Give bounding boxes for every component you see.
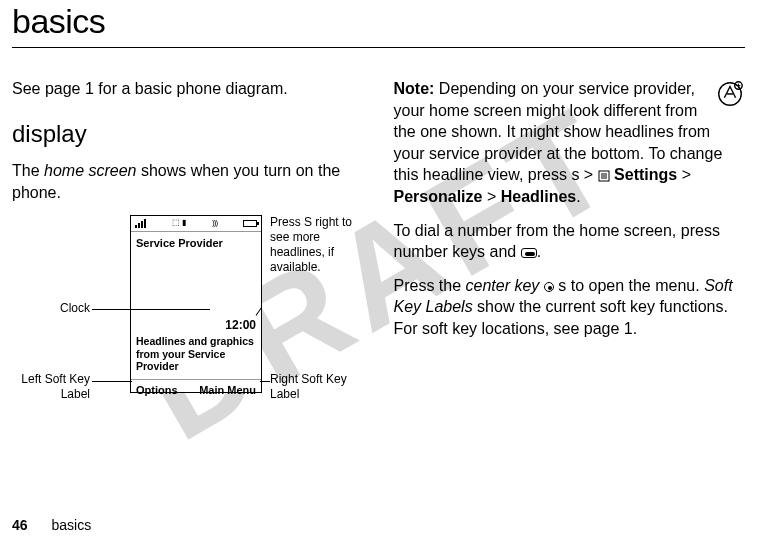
dial-text: To dial a number from the home screen, p… bbox=[394, 222, 720, 261]
left-softkey-label: Options bbox=[136, 383, 178, 398]
headline-ticker: Headlines and graphics from your Service… bbox=[131, 333, 261, 380]
gt1: > bbox=[677, 166, 691, 183]
note-label: Note: bbox=[394, 80, 435, 97]
note-paragraph: Note: Depending on your service provider… bbox=[394, 78, 746, 208]
intro-text: See page 1 for a basic phone diagram. bbox=[12, 78, 364, 100]
battery-icon bbox=[243, 220, 257, 227]
page-footer: 46 basics bbox=[12, 517, 91, 533]
callout-press-right: Press S right to see more headlines, if … bbox=[270, 215, 360, 275]
open-pre: Press the bbox=[394, 277, 466, 294]
body-italic: home screen bbox=[44, 162, 137, 179]
phone-screen: ⬚ ▮ ))) Service Provider 12:00 Headlines… bbox=[130, 215, 262, 393]
period1: . bbox=[576, 188, 580, 205]
path-settings: Settings bbox=[614, 166, 677, 183]
settings-icon bbox=[598, 166, 610, 178]
left-column: See page 1 for a basic phone diagram. di… bbox=[12, 78, 364, 435]
page-title: basics bbox=[12, 0, 745, 48]
phone-diagram: ⬚ ▮ ))) Service Provider 12:00 Headlines… bbox=[12, 215, 364, 435]
footer-section: basics bbox=[51, 517, 91, 533]
path-personalize: Personalize bbox=[394, 188, 483, 205]
callout-clock: Clock bbox=[12, 301, 90, 316]
body-pre: The bbox=[12, 162, 44, 179]
antenna-icon bbox=[715, 78, 745, 110]
status-bar: ⬚ ▮ ))) bbox=[131, 216, 261, 232]
gt2: > bbox=[482, 188, 500, 205]
display-heading: display bbox=[12, 118, 364, 150]
center-key-icon bbox=[544, 282, 554, 292]
signal-icon bbox=[135, 219, 146, 228]
right-column: Note: Depending on your service provider… bbox=[394, 78, 746, 435]
clock-value: 12:00 bbox=[131, 317, 261, 333]
status-spacer: ⬚ ▮ bbox=[172, 218, 186, 229]
callout-left-softkey: Left Soft Key Label bbox=[12, 372, 90, 402]
page-number: 46 bbox=[12, 517, 28, 533]
right-softkey-label: Main Menu bbox=[199, 383, 256, 398]
open-italic1: center key bbox=[466, 277, 540, 294]
path-headlines: Headlines bbox=[501, 188, 577, 205]
dial-paragraph: To dial a number from the home screen, p… bbox=[394, 220, 746, 263]
wifi-icon: ))) bbox=[212, 218, 217, 229]
open-menu-paragraph: Press the center key s to open the menu.… bbox=[394, 275, 746, 340]
dial-period: . bbox=[537, 243, 541, 260]
open-mid: s to open the menu. bbox=[554, 277, 704, 294]
callout-right-softkey: Right Soft Key Label bbox=[270, 372, 360, 402]
display-body: The home screen shows when you turn on t… bbox=[12, 160, 364, 203]
call-key-icon bbox=[521, 248, 537, 258]
service-provider-label: Service Provider bbox=[131, 232, 261, 253]
